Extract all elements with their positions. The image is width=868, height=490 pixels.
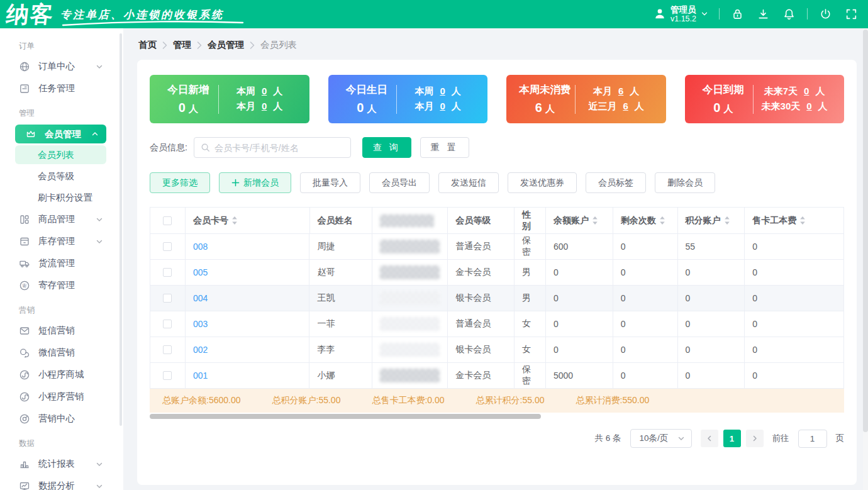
page-size-select[interactable]: 10条/页 <box>630 429 692 448</box>
stat-line-value[interactable]: 0 <box>262 101 267 111</box>
row-checkbox[interactable] <box>163 294 172 303</box>
sidebar-item-statistics-reports[interactable]: 统计报表 <box>0 453 123 475</box>
chevron-down-icon <box>96 216 103 223</box>
batch-import-button[interactable]: 批量导入 <box>300 172 360 193</box>
member-card-link[interactable]: 005 <box>193 267 208 277</box>
breadcrumb-management[interactable]: 管理 <box>173 39 191 51</box>
member-balance: 0 <box>546 260 613 285</box>
goto-page-input[interactable] <box>798 430 827 448</box>
member-export-button[interactable]: 会员导出 <box>369 172 430 193</box>
sidebar-item-member-management[interactable]: 会员管理 <box>15 125 106 143</box>
sidebar-item-inventory-management[interactable]: 库存管理 <box>0 230 123 252</box>
stat-line-value[interactable]: 0 <box>440 101 445 111</box>
sidebar-item-label: 会员管理 <box>45 128 81 140</box>
stat-unit: 人 <box>273 86 282 97</box>
logout-button[interactable] <box>818 6 833 22</box>
page-number-button[interactable]: 1 <box>723 430 741 447</box>
sidebar-item-goods-management[interactable]: 商品管理 <box>0 208 123 230</box>
download-button[interactable] <box>755 6 771 22</box>
redacted-phone <box>380 317 440 331</box>
member-card-link[interactable]: 003 <box>193 319 208 329</box>
member-balance: 600 <box>546 234 613 259</box>
page-scrollbar[interactable] <box>863 28 868 490</box>
member-card-link[interactable]: 004 <box>193 293 208 303</box>
summary-total-points: 总积分账户:55.00 <box>272 395 341 406</box>
user-menu[interactable]: 管理员 v1.15.2 <box>653 5 709 24</box>
sidebar-item-label: 小程序商城 <box>38 369 84 381</box>
member-tag-button[interactable]: 会员标签 <box>586 172 646 193</box>
power-icon <box>819 8 832 21</box>
reset-button[interactable]: 重 置 <box>420 137 469 158</box>
add-member-button[interactable]: 新增会员 <box>219 172 291 193</box>
next-page-button[interactable] <box>746 430 764 447</box>
search-icon <box>201 143 210 152</box>
stat-line-value[interactable]: 0 <box>440 86 445 96</box>
redacted-phone <box>380 265 440 279</box>
sidebar-subitem-member-list[interactable]: 会员列表 <box>15 145 106 164</box>
member-gender: 女 <box>515 337 546 362</box>
sort-icon[interactable] <box>724 216 730 225</box>
member-points: 0 <box>678 363 745 388</box>
sidebar-subitem-card-points-settings[interactable]: 刷卡积分设置 <box>0 187 123 208</box>
breadcrumb-member-management[interactable]: 会员管理 <box>208 39 244 51</box>
horizontal-scrollbar-thumb[interactable] <box>150 414 541 419</box>
chevron-right-icon <box>751 435 759 442</box>
member-card-link[interactable]: 001 <box>193 370 208 381</box>
sort-icon[interactable] <box>659 216 665 225</box>
send-sms-button[interactable]: 发送短信 <box>438 172 499 193</box>
row-checkbox[interactable] <box>163 268 172 277</box>
chevron-down-icon <box>677 435 685 442</box>
sort-icon[interactable] <box>231 216 238 225</box>
stat-line-value[interactable]: 0 <box>806 101 811 111</box>
sort-icon[interactable] <box>592 216 598 225</box>
sidebar-item-wechat-marketing[interactable]: 微信营销 <box>0 342 123 364</box>
sidebar-item-data-analysis[interactable]: 数据分析 <box>0 475 123 490</box>
select-all-checkbox[interactable] <box>163 216 172 225</box>
row-checkbox[interactable] <box>163 371 172 380</box>
member-card-link[interactable]: 008 <box>193 242 208 252</box>
member-card-link[interactable]: 002 <box>193 345 208 355</box>
stat-card-week-no-consume: 本周未消费 6人 本月6人 近三月6人 <box>506 75 666 123</box>
sidebar-item-task-management[interactable]: 任务管理 <box>0 77 123 99</box>
delete-member-button[interactable]: 删除会员 <box>655 172 715 193</box>
member-balance: 0 <box>546 311 613 337</box>
sidebar-subitem-member-level[interactable]: 会员等级 <box>0 165 123 187</box>
member-balance: 0 <box>546 337 613 362</box>
sidebar-item-miniprogram-mall[interactable]: 小程序商城 <box>0 364 123 386</box>
sidebar-item-order-center[interactable]: 订单中心 <box>0 55 123 77</box>
stat-line-value[interactable]: 6 <box>623 101 628 111</box>
prev-page-button[interactable] <box>701 430 718 447</box>
member-times: 0 <box>613 311 678 337</box>
redacted-phone <box>380 240 440 253</box>
sort-icon[interactable] <box>799 216 806 225</box>
sidebar-item-sms-marketing[interactable]: 短信营销 <box>0 320 123 342</box>
stat-title: 本周未消费 <box>515 83 575 97</box>
sidebar-item-deposit-management[interactable]: 寄 寄存管理 <box>0 274 123 296</box>
row-checkbox[interactable] <box>163 320 172 328</box>
breadcrumb-home[interactable]: 首页 <box>138 39 157 51</box>
search-input[interactable] <box>214 143 344 153</box>
sidebar-item-marketing-center[interactable]: 营销中心 <box>0 408 123 430</box>
stat-line-value[interactable]: 0 <box>262 86 267 96</box>
wechat-icon <box>19 347 30 359</box>
sidebar-item-miniprogram-marketing[interactable]: 小程序营销 <box>0 386 123 408</box>
member-info-label: 会员信息: <box>150 142 187 153</box>
notifications-button[interactable] <box>781 6 797 22</box>
sidebar-scrollbar[interactable] <box>120 33 122 426</box>
stat-line-value[interactable]: 0 <box>804 86 809 96</box>
sms-icon <box>19 325 30 337</box>
sidebar-item-logistics-management[interactable]: 货流管理 <box>0 252 123 274</box>
search-button[interactable]: 查 询 <box>362 137 411 158</box>
member-name: 小娜 <box>309 363 372 388</box>
row-checkbox[interactable] <box>163 345 172 354</box>
page-scrollbar-thumb[interactable] <box>863 30 868 432</box>
lock-screen-button[interactable] <box>730 6 745 22</box>
row-checkbox[interactable] <box>163 242 172 251</box>
send-coupon-button[interactable]: 发送优惠券 <box>508 172 577 193</box>
stat-line-value[interactable]: 6 <box>618 86 623 96</box>
more-filter-button[interactable]: 更多筛选 <box>150 172 210 193</box>
divider <box>807 8 808 19</box>
breadcrumb-separator-icon <box>197 42 202 49</box>
fullscreen-button[interactable] <box>843 6 859 22</box>
table-header-row: 会员卡号 会员姓名 会员等级 性别 余额账户 剩余次数 积分账户 售卡工本费 <box>150 208 843 234</box>
